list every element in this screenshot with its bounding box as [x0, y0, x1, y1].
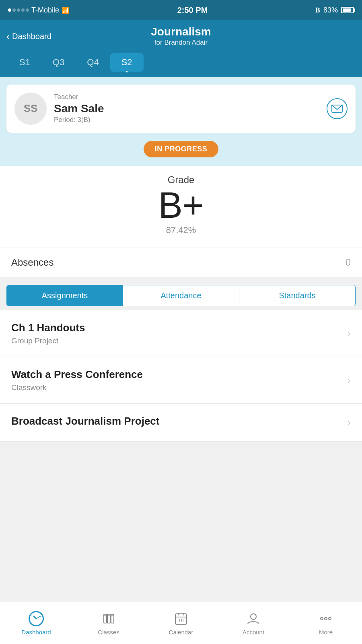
classes-icon	[101, 611, 116, 626]
status-bar: T-Mobile 📶 2:50 PM 𝐁 83%	[0, 0, 362, 20]
subtab-assignments[interactable]: Assignments	[7, 285, 123, 306]
grade-section: Grade B+ 87.42%	[0, 166, 362, 248]
grade-percent: 87.42%	[8, 225, 354, 235]
dot-4	[21, 8, 25, 12]
absences-label: Absences	[11, 257, 53, 268]
svg-point-12	[251, 614, 256, 619]
nav-item-calendar[interactable]: 19 Calendar	[145, 602, 217, 644]
chevron-right-2: ›	[347, 416, 351, 429]
absences-count: 0	[346, 257, 351, 268]
more-icon	[318, 611, 333, 626]
period-tabs: S1 Q3 Q4 S2	[0, 53, 362, 77]
assignment-info-0: Ch 1 Handouts Group Project	[11, 322, 85, 345]
nav-label-classes: Classes	[98, 629, 119, 636]
status-badge: IN PROGRESS	[144, 141, 219, 157]
teacher-info: Teacher Sam Sale Period: 3(B)	[54, 93, 319, 124]
battery-fill	[343, 8, 351, 12]
badge-container: IN PROGRESS	[0, 133, 362, 166]
dot-5	[26, 8, 29, 12]
assignment-title-2: Broadcast Journalism Project	[11, 415, 159, 427]
subtab-attendance[interactable]: Attendance	[123, 285, 239, 306]
teacher-name: Sam Sale	[54, 102, 319, 116]
account-icon	[246, 611, 261, 626]
dashboard-icon	[29, 611, 44, 626]
nav-item-dashboard[interactable]: Dashboard	[0, 602, 72, 644]
bottom-nav: Dashboard Classes 19 Calen	[0, 602, 362, 644]
tab-Q4[interactable]: Q4	[76, 53, 110, 72]
nav-item-account[interactable]: Account	[217, 602, 290, 644]
nav-item-classes[interactable]: Classes	[72, 602, 145, 644]
nav-label-account: Account	[243, 629, 264, 636]
subtab-standards[interactable]: Standards	[239, 285, 355, 306]
dot-3	[17, 8, 20, 12]
assignment-title-1: Watch a Press Conference	[11, 368, 143, 381]
assignment-info-1: Watch a Press Conference Classwork	[11, 368, 143, 392]
dot-1	[8, 8, 11, 12]
person-icon	[247, 612, 260, 625]
tab-S1[interactable]: S1	[8, 53, 41, 72]
grade-label: Grade	[8, 174, 354, 186]
grade-letter: B+	[8, 187, 354, 223]
battery-percent: 83%	[323, 6, 338, 14]
assignment-item-2[interactable]: Broadcast Journalism Project ›	[0, 404, 362, 442]
status-left: T-Mobile 📶	[8, 6, 70, 14]
assignment-type-1: Classwork	[11, 383, 143, 392]
assignment-type-0: Group Project	[11, 336, 85, 345]
battery-bar	[341, 7, 354, 13]
tab-S2[interactable]: S2	[110, 53, 144, 72]
course-title: Journalism	[8, 25, 354, 39]
books-icon	[102, 612, 115, 625]
status-right: 𝐁 83%	[315, 6, 354, 14]
svg-point-14	[325, 617, 327, 620]
teacher-period: Period: 3(B)	[54, 116, 319, 124]
carrier-label: T-Mobile	[31, 6, 59, 14]
calendar-svg-icon: 19	[174, 612, 188, 625]
nav-label-calendar: Calendar	[169, 629, 193, 636]
teacher-avatar: SS	[14, 93, 47, 125]
chevron-right-1: ›	[347, 374, 351, 386]
nav-label-more: More	[319, 629, 333, 636]
clock-icon	[29, 611, 44, 626]
assignment-item-1[interactable]: Watch a Press Conference Classwork ›	[0, 357, 362, 404]
sub-tabs: Assignments Attendance Standards	[6, 285, 356, 306]
absences-row: Absences 0	[0, 248, 362, 277]
teacher-card: SS Teacher Sam Sale Period: 3(B)	[6, 85, 356, 133]
assignment-item-0[interactable]: Ch 1 Handouts Group Project ›	[0, 310, 362, 357]
course-subtitle: for Brandon Adair	[8, 39, 354, 47]
assignment-info-2: Broadcast Journalism Project	[11, 415, 159, 430]
svg-point-15	[329, 617, 331, 620]
status-time: 2:50 PM	[177, 6, 208, 15]
assignment-title-0: Ch 1 Handouts	[11, 322, 85, 334]
assignments-list: Ch 1 Handouts Group Project › Watch a Pr…	[0, 310, 362, 442]
nav-label-dashboard: Dashboard	[21, 629, 51, 636]
mail-button[interactable]	[327, 98, 348, 119]
svg-text:19: 19	[178, 618, 184, 623]
tab-Q3[interactable]: Q3	[41, 53, 76, 72]
signal-dots	[8, 8, 29, 12]
calendar-icon: 19	[173, 611, 189, 626]
course-header: ‹ Dashboard Journalism for Brandon Adair	[0, 20, 362, 53]
clock-minute-hand	[36, 615, 41, 619]
bluetooth-icon: 𝐁	[315, 6, 320, 14]
dots-icon	[319, 612, 333, 625]
teacher-section: SS Teacher Sam Sale Period: 3(B)	[0, 77, 362, 133]
chevron-right-0: ›	[347, 327, 351, 340]
mail-icon	[331, 105, 343, 113]
dot-2	[12, 8, 16, 12]
nav-item-more[interactable]: More	[290, 602, 362, 644]
wifi-icon: 📶	[62, 6, 70, 14]
teacher-role-label: Teacher	[54, 93, 319, 101]
svg-point-13	[321, 617, 323, 620]
